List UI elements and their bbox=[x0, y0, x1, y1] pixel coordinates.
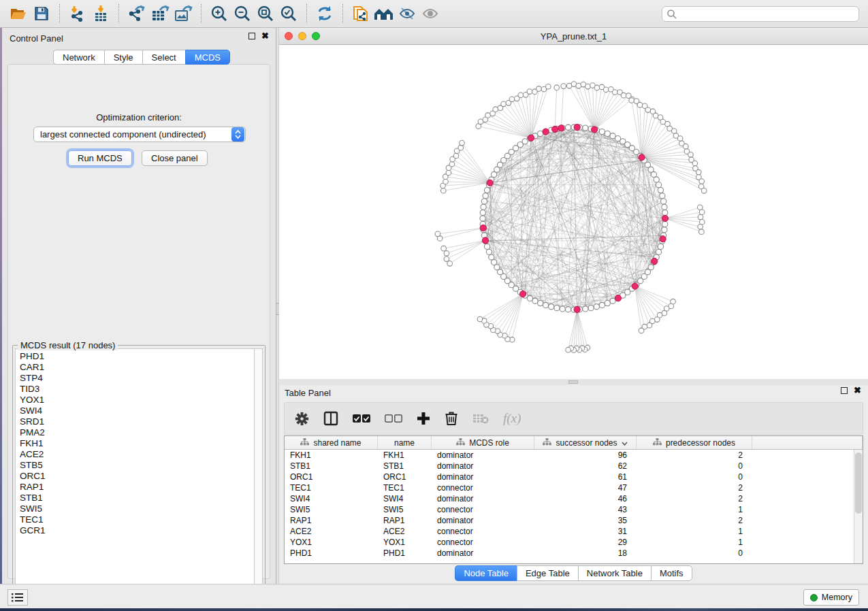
run-mcds-button[interactable]: Run MCDS bbox=[68, 150, 132, 166]
save-session-icon[interactable] bbox=[30, 3, 53, 24]
show-eye-icon[interactable] bbox=[419, 3, 442, 24]
column-header-MCDS-role[interactable]: MCDS role bbox=[432, 436, 534, 449]
tab-network-table[interactable]: Network Table bbox=[578, 565, 651, 581]
cell-shared-name: TEC1 bbox=[285, 482, 378, 493]
tab-edge-table[interactable]: Edge Table bbox=[517, 565, 578, 581]
clone-network-icon[interactable] bbox=[349, 3, 372, 24]
cell-name: FKH1 bbox=[378, 450, 432, 461]
mcds-result-item[interactable]: STB5 bbox=[20, 460, 254, 471]
memory-button[interactable]: Memory bbox=[803, 589, 859, 606]
task-history-button[interactable] bbox=[7, 589, 28, 606]
select-all-rows-icon[interactable] bbox=[353, 414, 370, 423]
export-network-icon[interactable] bbox=[125, 3, 148, 24]
apply-layout-icon[interactable] bbox=[313, 3, 336, 24]
scrollbar-thumb[interactable] bbox=[855, 452, 862, 514]
cell-MCDS-role: connector bbox=[432, 526, 534, 537]
close-panel-button[interactable]: Close panel bbox=[142, 150, 208, 166]
table-scrollbar[interactable] bbox=[854, 450, 863, 563]
cell-successor-nodes: 62 bbox=[534, 461, 637, 472]
mcds-result-list[interactable]: PHD1CAR1STP4TID3YOX1SWI4SRD1PMA2FKH1ACE2… bbox=[15, 348, 254, 595]
network-search-box[interactable] bbox=[662, 6, 859, 22]
float-panel-icon[interactable] bbox=[248, 33, 255, 39]
table-row[interactable]: SWI5SWI5connector431 bbox=[285, 504, 863, 515]
delete-table-icon bbox=[472, 413, 489, 424]
shared-column-icon bbox=[543, 438, 551, 448]
tab-motifs[interactable]: Motifs bbox=[651, 565, 692, 581]
mcds-result-item[interactable]: TEC1 bbox=[20, 514, 254, 525]
create-column-plus-icon[interactable] bbox=[417, 412, 430, 425]
column-header-name[interactable]: name bbox=[378, 436, 432, 449]
open-file-icon[interactable] bbox=[7, 3, 30, 24]
hide-glasses-icon[interactable] bbox=[396, 3, 419, 24]
cell-shared-name: RAP1 bbox=[285, 515, 378, 526]
mcds-result-item[interactable]: TID3 bbox=[20, 384, 254, 395]
main-toolbar bbox=[0, 0, 868, 28]
table-row[interactable]: ORC1ORC1dominator610 bbox=[285, 472, 863, 482]
zoom-selected-icon[interactable] bbox=[277, 3, 300, 24]
delete-column-trash-icon[interactable] bbox=[445, 411, 458, 426]
close-panel-icon[interactable]: ✖ bbox=[261, 33, 269, 39]
import-network-icon[interactable] bbox=[66, 3, 89, 24]
search-input[interactable] bbox=[677, 10, 854, 19]
mcds-result-item[interactable]: ORC1 bbox=[20, 471, 254, 482]
cell-predecessor-nodes: 2 bbox=[637, 493, 752, 504]
horizontal-splitter[interactable] bbox=[279, 379, 868, 385]
close-panel-icon[interactable]: ✖ bbox=[854, 387, 861, 394]
import-table-icon[interactable] bbox=[89, 3, 112, 24]
table-settings-gear-icon[interactable] bbox=[295, 412, 309, 426]
column-header-shared-name[interactable]: shared name bbox=[285, 436, 378, 449]
column-header-successor-nodes[interactable]: successor nodes bbox=[534, 436, 637, 449]
table-row[interactable]: FKH1FKH1dominator962 bbox=[285, 450, 863, 461]
splitter-grip[interactable] bbox=[568, 380, 578, 384]
mcds-result-item[interactable]: RAP1 bbox=[20, 482, 254, 493]
cell-successor-nodes: 18 bbox=[534, 548, 637, 559]
sort-indicator-icon bbox=[622, 438, 628, 448]
table-row[interactable]: TEC1TEC1connector472 bbox=[285, 482, 863, 493]
show-columns-icon[interactable] bbox=[323, 411, 338, 426]
tab-select[interactable]: Select bbox=[142, 50, 185, 65]
mcds-result-item[interactable]: SRD1 bbox=[20, 416, 254, 427]
mcds-result-label: MCDS result (17 nodes) bbox=[18, 340, 118, 350]
zoom-out-icon[interactable] bbox=[231, 3, 254, 24]
cell-shared-name: SWI4 bbox=[285, 493, 378, 504]
zoom-fit-icon[interactable] bbox=[254, 3, 277, 24]
network-window-titlebar[interactable]: YPA_prune.txt_1 bbox=[279, 28, 868, 45]
deselect-all-rows-icon[interactable] bbox=[385, 414, 402, 423]
search-networks-icon[interactable] bbox=[372, 3, 396, 24]
toolbar-separator bbox=[59, 4, 60, 23]
table-row[interactable]: SWI4SWI4dominator462 bbox=[285, 493, 863, 504]
zoom-in-icon[interactable] bbox=[208, 3, 231, 24]
mcds-result-item[interactable]: YOX1 bbox=[20, 395, 254, 406]
mcds-result-item[interactable]: STP4 bbox=[20, 373, 254, 384]
cell-shared-name: ORC1 bbox=[285, 472, 378, 482]
column-header-predecessor-nodes[interactable]: predecessor nodes bbox=[637, 436, 752, 449]
cell-predecessor-nodes: 0 bbox=[637, 548, 752, 559]
tab-mcds[interactable]: MCDS bbox=[185, 50, 230, 65]
cell-successor-nodes: 96 bbox=[534, 450, 637, 461]
mcds-result-item[interactable]: CAR1 bbox=[20, 362, 254, 373]
tab-network[interactable]: Network bbox=[53, 50, 104, 65]
optimization-criterion-dropdown[interactable]: largest connected component (undirected) bbox=[33, 127, 246, 142]
table-row[interactable]: ACE2ACE2connector311 bbox=[285, 526, 863, 537]
mcds-result-item[interactable]: STB1 bbox=[20, 493, 254, 503]
table-row[interactable]: PHD1PHD1dominator180 bbox=[285, 548, 863, 559]
table-row[interactable]: STB1STB1dominator620 bbox=[285, 461, 863, 472]
mcds-result-item[interactable]: PMA2 bbox=[20, 427, 254, 438]
mcds-list-scrollbar[interactable] bbox=[254, 348, 263, 595]
mcds-result-item[interactable]: SWI5 bbox=[20, 503, 254, 514]
float-panel-icon[interactable] bbox=[841, 387, 848, 394]
tab-node-table[interactable]: Node Table bbox=[455, 565, 517, 581]
export-image-icon[interactable] bbox=[172, 3, 195, 24]
mcds-result-item[interactable]: ACE2 bbox=[20, 449, 254, 460]
tab-style[interactable]: Style bbox=[104, 50, 142, 65]
export-table-icon[interactable] bbox=[148, 3, 172, 24]
mcds-result-item[interactable]: SWI4 bbox=[20, 406, 254, 416]
mcds-result-item[interactable]: PHD1 bbox=[20, 351, 254, 362]
mcds-result-item[interactable]: FKH1 bbox=[20, 438, 254, 449]
network-canvas[interactable] bbox=[279, 45, 868, 379]
table-row[interactable]: RAP1RAP1dominator352 bbox=[285, 515, 863, 526]
table-header-row[interactable]: shared namenameMCDS rolesuccessor nodesp… bbox=[285, 436, 863, 450]
table-row[interactable]: YOX1YOX1connector291 bbox=[285, 537, 863, 548]
memory-status-icon bbox=[810, 594, 818, 601]
mcds-result-item[interactable]: GCR1 bbox=[20, 525, 254, 536]
